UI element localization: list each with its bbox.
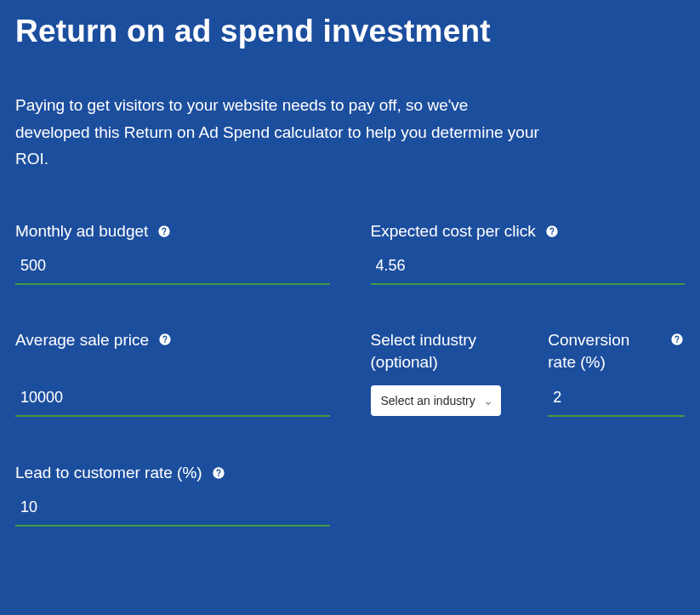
field-conversion-rate: Conversion rate (%) bbox=[548, 329, 685, 417]
help-icon[interactable] bbox=[669, 332, 685, 347]
industry-select-text: Select an industry bbox=[381, 394, 475, 407]
field-lead-to-customer: Lead to customer rate (%) bbox=[15, 461, 330, 527]
lead-to-customer-label: Lead to customer rate (%) bbox=[15, 462, 202, 484]
help-icon[interactable] bbox=[544, 224, 560, 239]
industry-label: Select industry (optional) bbox=[371, 329, 508, 373]
chevron-down-icon bbox=[484, 396, 492, 405]
monthly-ad-budget-label: Monthly ad budget bbox=[15, 220, 148, 242]
cost-per-click-label: Expected cost per click bbox=[371, 220, 536, 242]
roi-form: Monthly ad budget Expected cost per clic… bbox=[15, 219, 685, 615]
help-icon[interactable] bbox=[157, 332, 173, 347]
cost-per-click-input[interactable] bbox=[371, 253, 686, 285]
field-monthly-ad-budget: Monthly ad budget bbox=[15, 219, 330, 285]
page-title: Return on ad spend investment bbox=[15, 12, 685, 51]
conversion-rate-label: Conversion rate (%) bbox=[548, 329, 661, 373]
industry-select[interactable]: Select an industry bbox=[371, 385, 501, 416]
help-icon[interactable] bbox=[157, 224, 172, 239]
lead-to-customer-input[interactable] bbox=[15, 495, 330, 527]
field-industry: Select industry (optional) Select an ind… bbox=[371, 329, 508, 417]
field-cost-per-click: Expected cost per click bbox=[371, 219, 686, 285]
field-avg-sale-price: Average sale price bbox=[15, 329, 330, 417]
monthly-ad-budget-input[interactable] bbox=[15, 253, 330, 285]
avg-sale-price-label: Average sale price bbox=[15, 329, 149, 351]
conversion-rate-input[interactable] bbox=[548, 385, 685, 417]
help-icon[interactable] bbox=[211, 465, 226, 481]
intro-text: Paying to get visitors to your website n… bbox=[15, 92, 543, 172]
avg-sale-price-input[interactable] bbox=[15, 385, 330, 417]
